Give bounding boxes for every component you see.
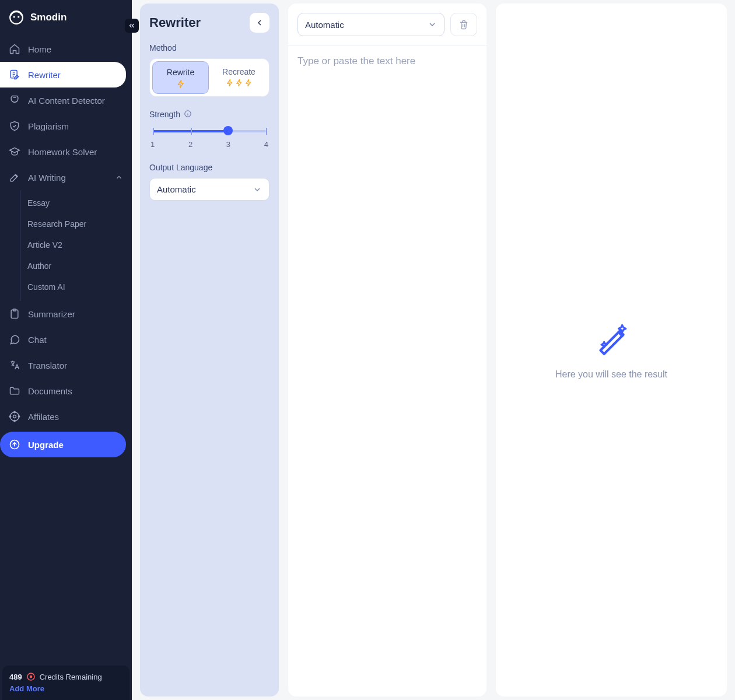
sidebar: Smodin Home Rewriter AI Content Detector… <box>0 0 132 700</box>
nav-documents[interactable]: Documents <box>0 378 132 404</box>
credits-icon <box>26 671 36 682</box>
bolt-icon <box>155 79 206 89</box>
nav-home[interactable]: Home <box>0 36 132 62</box>
brand: Smodin <box>0 0 132 34</box>
credits-row: 489 Credits Remaining <box>9 671 123 682</box>
nav-rewriter[interactable]: Rewriter <box>0 62 126 88</box>
subnav-research-paper[interactable]: Research Paper <box>20 214 132 235</box>
strength-label: Strength <box>149 110 270 119</box>
input-language-select[interactable]: Automatic <box>298 13 444 36</box>
nav-plagiarism[interactable]: Plagiarism <box>0 113 132 139</box>
nav-summarizer[interactable]: Summarizer <box>0 301 132 327</box>
nav-label: AI Writing <box>28 173 66 183</box>
upgrade-icon <box>8 438 21 451</box>
output-language-label: Output Language <box>149 163 270 172</box>
input-placeholder: Type or paste the text here <box>298 55 477 67</box>
magic-wand-icon <box>592 320 631 359</box>
input-language-value: Automatic <box>305 20 344 30</box>
strength-label-text: Strength <box>149 110 180 119</box>
brand-name: Smodin <box>30 12 66 23</box>
nav-ai-writing[interactable]: AI Writing <box>0 164 132 190</box>
output-empty-text: Here you will see the result <box>555 369 667 380</box>
chat-icon <box>8 333 21 346</box>
folder-icon <box>8 384 21 397</box>
affiliates-icon <box>8 410 21 423</box>
info-icon[interactable] <box>184 110 193 119</box>
output-panel: Here you will see the result <box>496 4 727 696</box>
nav-label: Home <box>28 44 51 54</box>
method-toggle: Rewrite Recreate <box>149 58 270 97</box>
credits-count: 489 <box>9 673 22 681</box>
tick-4: 4 <box>264 140 268 149</box>
nav-upgrade[interactable]: Upgrade <box>0 432 126 457</box>
chevron-down-icon <box>428 20 437 29</box>
home-icon <box>8 43 21 55</box>
svg-point-1 <box>13 16 15 18</box>
clipboard-icon <box>8 307 21 320</box>
method-rewrite-label: Rewrite <box>155 68 206 77</box>
add-more-link[interactable]: Add More <box>9 684 44 693</box>
svg-point-7 <box>10 412 19 421</box>
text-input[interactable]: Type or paste the text here <box>288 46 487 696</box>
strength-section: Strength 1 2 3 4 <box>149 110 270 149</box>
nav-translator[interactable]: Translator <box>0 352 132 378</box>
subnav-author[interactable]: Author <box>20 256 132 276</box>
slider-tick-labels: 1 2 3 4 <box>150 140 268 149</box>
output-language-select[interactable]: Automatic <box>149 178 270 201</box>
pencil-icon <box>8 171 21 184</box>
output-language-value: Automatic <box>157 184 196 194</box>
nav-label: AI Content Detector <box>28 96 105 106</box>
tick-2: 2 <box>188 140 192 149</box>
page-title: Rewriter <box>149 15 201 30</box>
shield-icon <box>8 120 21 132</box>
nav-label: Translator <box>28 360 67 370</box>
nav-label: Rewriter <box>28 70 61 80</box>
subnav-essay[interactable]: Essay <box>20 192 132 214</box>
method-recreate-label: Recreate <box>214 67 264 76</box>
rewriter-icon <box>8 68 21 81</box>
nav-chat[interactable]: Chat <box>0 327 132 352</box>
nav-homework-solver[interactable]: Homework Solver <box>0 139 132 164</box>
clear-text-button[interactable] <box>450 13 477 36</box>
input-panel: Automatic Type or paste the text here <box>288 4 487 696</box>
credits-bar: 489 Credits Remaining Add More <box>2 666 130 700</box>
tick-1: 1 <box>150 140 155 149</box>
method-label: Method <box>149 43 270 52</box>
chevron-down-icon <box>253 185 262 194</box>
slider-thumb[interactable] <box>223 126 233 135</box>
nav: Home Rewriter AI Content Detector Plagia… <box>0 34 132 462</box>
graduation-icon <box>8 145 21 158</box>
settings-panel: Rewriter Method Rewrite Recreate Strengt… <box>140 4 279 696</box>
credits-label: Credits Remaining <box>40 673 102 681</box>
sidebar-collapse-button[interactable] <box>125 19 139 33</box>
nav-label: Summarizer <box>28 309 75 319</box>
brand-logo-icon <box>8 9 24 26</box>
tick-3: 3 <box>226 140 230 149</box>
trash-icon <box>459 19 469 30</box>
nav-affilates[interactable]: Affilates <box>0 404 132 429</box>
svg-point-6 <box>13 415 16 418</box>
nav-label: Chat <box>28 335 47 345</box>
bolt-icon <box>214 79 264 87</box>
input-top-bar: Automatic <box>288 4 487 46</box>
chevron-up-icon <box>114 173 124 182</box>
detector-icon <box>8 94 21 107</box>
subnav-article-v2[interactable]: Article V2 <box>20 235 132 256</box>
subnav-custom-ai[interactable]: Custom AI <box>20 276 132 298</box>
nav-label: Plagiarism <box>28 121 69 131</box>
translate-icon <box>8 359 21 372</box>
nav-label: Documents <box>28 386 72 396</box>
nav-ai-content-detector[interactable]: AI Content Detector <box>0 88 132 113</box>
nav-label: Homework Solver <box>28 147 97 157</box>
nav-label: Affilates <box>28 412 59 422</box>
ai-writing-submenu: Essay Research Paper Article V2 Author C… <box>20 190 132 301</box>
method-rewrite[interactable]: Rewrite <box>152 61 209 94</box>
svg-point-14 <box>29 676 32 678</box>
strength-slider[interactable] <box>153 125 266 136</box>
nav-label: Upgrade <box>28 440 64 450</box>
settings-back-button[interactable] <box>250 13 270 33</box>
method-recreate[interactable]: Recreate <box>211 61 267 94</box>
svg-point-2 <box>18 16 19 18</box>
